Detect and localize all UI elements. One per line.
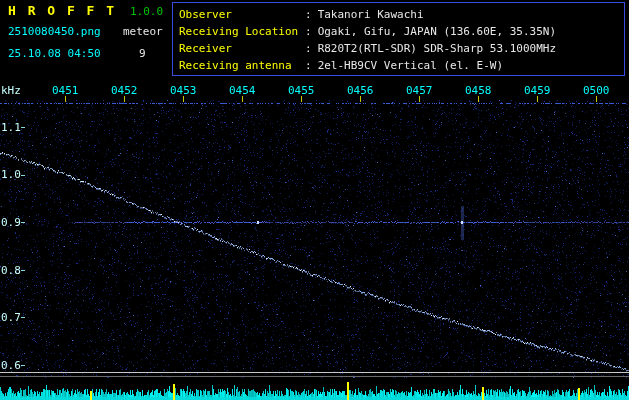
time-tick-label-0455: 0455	[288, 84, 314, 97]
info-label-receiver: Receiver	[179, 42, 305, 55]
app-title: H R O F F T	[8, 3, 116, 18]
freq-tick-label-1-1: 1.1	[1, 121, 23, 134]
info-colon: :	[305, 42, 312, 55]
freq-tick-label-1-0: 1.0	[1, 168, 23, 181]
info-value-observer: Takanori Kawachi	[318, 8, 424, 21]
info-row-antenna: Receiving antenna:2el-HB9CV Vertical (el…	[179, 59, 503, 72]
time-tick-label-0458: 0458	[465, 84, 491, 97]
info-colon: :	[305, 25, 312, 38]
time-tick-label-0454: 0454	[229, 84, 255, 97]
capture-datetime: 25.10.08 04:50	[8, 47, 101, 60]
info-value-location: Ogaki, Gifu, JAPAN (136.60E, 35.35N)	[318, 25, 556, 38]
time-tick-label-0457: 0457	[406, 84, 432, 97]
info-label-location: Receiving Location	[179, 25, 305, 38]
info-row-receiver: Receiver:R820T2(RTL-SDR) SDR-Sharp 53.10…	[179, 42, 556, 55]
observation-info-panel: Observer:Takanori Kawachi Receiving Loca…	[172, 2, 625, 76]
time-tick-label-0459: 0459	[524, 84, 550, 97]
info-colon: :	[305, 59, 312, 72]
freq-tick-label-0-9: 0.9	[1, 216, 23, 229]
freq-tick-label-0-6: 0.6	[1, 359, 23, 372]
freq-tick-label-0-7: 0.7	[1, 311, 23, 324]
app-version: 1.0.0	[130, 5, 163, 18]
time-tick-label-0452: 0452	[111, 84, 137, 97]
info-value-antenna: 2el-HB9CV Vertical (el. E-W)	[318, 59, 503, 72]
mode-label: meteor	[123, 25, 163, 38]
info-label-observer: Observer	[179, 8, 305, 21]
output-filename: 2510080450.png	[8, 25, 101, 38]
info-value-receiver: R820T2(RTL-SDR) SDR-Sharp 53.1000MHz	[318, 42, 556, 55]
info-row-observer: Observer:Takanori Kawachi	[179, 8, 424, 21]
time-tick-label-0453: 0453	[170, 84, 196, 97]
frequency-axis-unit: kHz	[1, 84, 21, 97]
info-colon: :	[305, 8, 312, 21]
hrofft-screen: { "header": { "app_name": "H R O F F T",…	[0, 0, 629, 400]
time-tick-label-0456: 0456	[347, 84, 373, 97]
time-tick-label-0451: 0451	[52, 84, 78, 97]
info-label-antenna: Receiving antenna	[179, 59, 305, 72]
time-tick-label-0500: 0500	[583, 84, 609, 97]
event-count: 9	[139, 47, 146, 60]
freq-tick-label-0-8: 0.8	[1, 264, 23, 277]
info-row-location: Receiving Location:Ogaki, Gifu, JAPAN (1…	[179, 25, 556, 38]
